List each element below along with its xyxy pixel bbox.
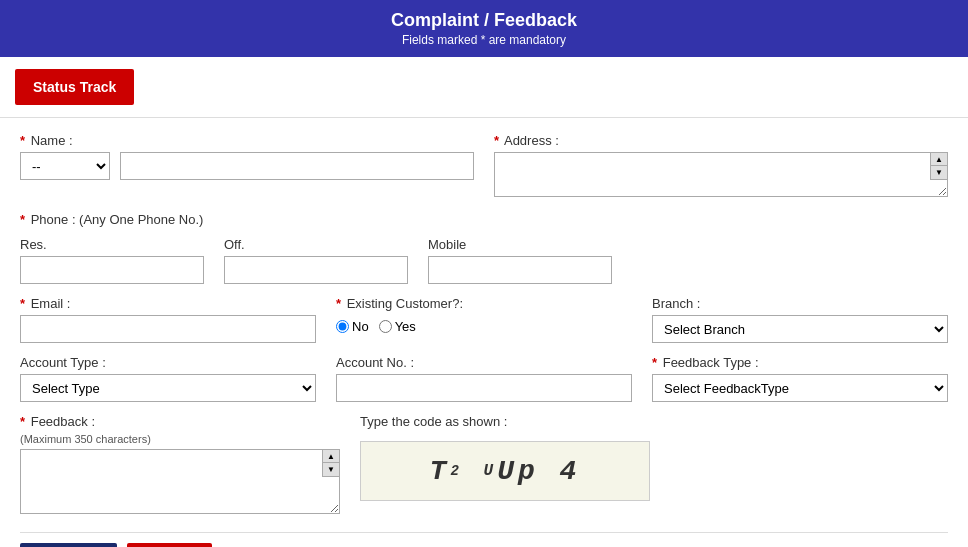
account-type-label: Account Type : bbox=[20, 355, 316, 370]
radio-yes-label[interactable]: Yes bbox=[379, 319, 416, 334]
form-container: * Name : -- Mr. Mrs. Ms. Dr. * Address : bbox=[0, 118, 968, 547]
phone-label: * Phone : (Any One Phone No.) bbox=[20, 212, 203, 227]
captcha-image-wrapper: T2 UUp 4 bbox=[360, 441, 948, 501]
mobile-phone-input[interactable] bbox=[428, 256, 612, 284]
address-wrapper: ▲ ▼ bbox=[494, 152, 948, 200]
header: Complaint / Feedback Fields marked * are… bbox=[0, 0, 968, 57]
address-scrollbar: ▲ ▼ bbox=[930, 152, 948, 180]
branch-label: Branch : bbox=[652, 296, 948, 311]
feedback-scroll-down[interactable]: ▼ bbox=[323, 463, 339, 476]
res-phone-input[interactable] bbox=[20, 256, 204, 284]
email-label: * Email : bbox=[20, 296, 316, 311]
name-prefix-select[interactable]: -- Mr. Mrs. Ms. Dr. bbox=[20, 152, 110, 180]
feedback-scroll-up[interactable]: ▲ bbox=[323, 450, 339, 463]
res-group: Res. bbox=[20, 237, 204, 284]
feedback-type-select[interactable]: Select FeedbackType bbox=[652, 374, 948, 402]
feedback-textarea-wrapper: ▲ ▼ bbox=[20, 449, 340, 517]
feedback-scrollbar: ▲ ▼ bbox=[322, 449, 340, 477]
name-label: * Name : bbox=[20, 133, 474, 148]
radio-no[interactable] bbox=[336, 320, 349, 333]
existing-customer-radios: No Yes bbox=[336, 319, 632, 334]
address-label: * Address : bbox=[494, 133, 948, 148]
account-no-group: Account No. : bbox=[336, 355, 632, 402]
address-textarea[interactable] bbox=[494, 152, 948, 197]
branch-group: Branch : Select Branch bbox=[652, 296, 948, 343]
account-no-label: Account No. : bbox=[336, 355, 632, 370]
res-label: Res. bbox=[20, 237, 204, 252]
branch-select[interactable]: Select Branch bbox=[652, 315, 948, 343]
scroll-down-arrow[interactable]: ▼ bbox=[931, 166, 947, 179]
captcha-group: Type the code as shown : T2 UUp 4 bbox=[360, 414, 948, 501]
off-group: Off. bbox=[224, 237, 408, 284]
phone-required-star: * bbox=[20, 212, 25, 227]
feedback-textarea[interactable] bbox=[20, 449, 340, 514]
toolbar: Status Track bbox=[0, 57, 968, 118]
email-customer-branch-row: * Email : * Existing Customer?: No Yes bbox=[20, 296, 948, 343]
captcha-image: T2 UUp 4 bbox=[360, 441, 650, 501]
radio-yes[interactable] bbox=[379, 320, 392, 333]
account-type-group: Account Type : Select Type bbox=[20, 355, 316, 402]
feedback-captcha-row: * Feedback : (Maximum 350 characters) ▲ … bbox=[20, 414, 948, 517]
name-required-star: * bbox=[20, 133, 25, 148]
feedback-type-group: * Feedback Type : Select FeedbackType bbox=[652, 355, 948, 402]
mobile-group: Mobile bbox=[428, 237, 612, 284]
off-label: Off. bbox=[224, 237, 408, 252]
address-group: * Address : ▲ ▼ bbox=[494, 133, 948, 200]
mobile-label: Mobile bbox=[428, 237, 612, 252]
phone-section: * Phone : (Any One Phone No.) Res. Off. … bbox=[20, 212, 948, 284]
existing-required-star: * bbox=[336, 296, 341, 311]
submit-button[interactable]: Submit bbox=[20, 543, 117, 547]
phone-inputs-row: Res. Off. Mobile bbox=[20, 237, 612, 284]
name-input[interactable] bbox=[120, 152, 474, 180]
feedback-label: * Feedback : bbox=[20, 414, 340, 429]
name-group: * Name : -- Mr. Mrs. Ms. Dr. bbox=[20, 133, 474, 180]
page-subtitle: Fields marked * are mandatory bbox=[10, 33, 958, 47]
feedback-group: * Feedback : (Maximum 350 characters) ▲ … bbox=[20, 414, 340, 517]
captcha-label: Type the code as shown : bbox=[360, 414, 948, 429]
feedback-hint: (Maximum 350 characters) bbox=[20, 433, 340, 445]
button-row: Submit Clear bbox=[20, 532, 948, 547]
feedback-type-required-star: * bbox=[652, 355, 657, 370]
existing-customer-label: * Existing Customer?: bbox=[336, 296, 632, 311]
radio-no-label[interactable]: No bbox=[336, 319, 369, 334]
email-input[interactable] bbox=[20, 315, 316, 343]
scroll-up-arrow[interactable]: ▲ bbox=[931, 153, 947, 166]
account-feedback-row: Account Type : Select Type Account No. :… bbox=[20, 355, 948, 402]
off-phone-input[interactable] bbox=[224, 256, 408, 284]
name-input-row: -- Mr. Mrs. Ms. Dr. bbox=[20, 152, 474, 180]
name-address-row: * Name : -- Mr. Mrs. Ms. Dr. * Address : bbox=[20, 133, 948, 200]
email-group: * Email : bbox=[20, 296, 316, 343]
feedback-required-star: * bbox=[20, 414, 25, 429]
clear-button[interactable]: Clear bbox=[127, 543, 212, 547]
account-no-input[interactable] bbox=[336, 374, 632, 402]
email-required-star: * bbox=[20, 296, 25, 311]
page-title: Complaint / Feedback bbox=[10, 10, 958, 31]
existing-customer-group: * Existing Customer?: No Yes bbox=[336, 296, 632, 334]
status-track-button[interactable]: Status Track bbox=[15, 69, 134, 105]
address-required-star: * bbox=[494, 133, 499, 148]
account-type-select[interactable]: Select Type bbox=[20, 374, 316, 402]
feedback-type-label: * Feedback Type : bbox=[652, 355, 948, 370]
